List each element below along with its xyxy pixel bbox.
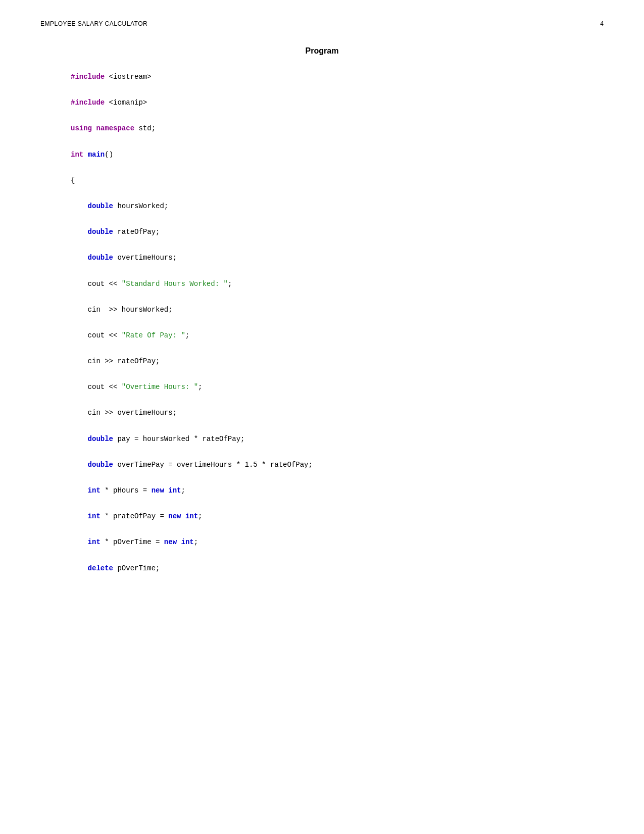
keyword-double4: double (88, 435, 113, 443)
keyword-int2b: int (185, 512, 198, 520)
text-decl5: overTimePay = overtimeHours * 1.5 * rate… (113, 461, 313, 469)
text-open-brace: { (71, 176, 75, 184)
text-indent-del (71, 564, 88, 572)
text-indent5 (71, 461, 88, 469)
keyword-int1: int (88, 486, 101, 495)
code-line-cin2: cin >> rateOfPay; (71, 355, 604, 368)
code-line-decl5: double overTimePay = overtimeHours * 1.5… (71, 459, 604, 471)
text-indent4 (71, 435, 88, 443)
code-line-cout2: cout << "Rate Of Pay: "; (71, 329, 604, 342)
keyword-main-fn: main (88, 151, 105, 159)
keyword-new1: new (152, 486, 164, 495)
text-include1: <iostream> (105, 73, 151, 81)
text-decl7: * prateOfPay = (101, 512, 168, 520)
keyword-double3: double (88, 254, 113, 262)
keyword-namespace: namespace (96, 124, 134, 132)
document-title: EMPLOYEE SALARY CALCULATOR (40, 20, 147, 27)
text-semi6: ; (181, 486, 185, 495)
keyword-int3b: int (181, 538, 193, 546)
string-cout2: "Rate Of Pay: " (122, 331, 185, 339)
text-cin2: cin >> rateOfPay; (71, 357, 160, 365)
keyword-delete: delete (88, 564, 113, 572)
text-semi7: ; (198, 512, 202, 520)
page-number: 4 (600, 20, 604, 27)
keyword-using: using (71, 124, 92, 132)
text-semi8: ; (194, 538, 198, 546)
keyword-new3: new (164, 538, 177, 546)
code-line-cout1: cout << "Standard Hours Worked: "; (71, 278, 604, 290)
code-line-decl6: int * pHours = new int; (71, 484, 604, 497)
code-line-include1: #include <iostream> (71, 71, 604, 83)
keyword-int3: int (88, 538, 101, 546)
code-block: #include <iostream> #include <iomanip> u… (71, 71, 604, 575)
code-line-decl1: double hoursWorked; (71, 200, 604, 213)
text-include2: <iomanip> (105, 99, 147, 107)
text-indent6 (71, 486, 88, 495)
text-decl3: overtimeHours; (113, 254, 177, 262)
text-decl8: * pOverTime = (101, 538, 164, 546)
text-int2 (181, 512, 185, 520)
text-decl4: pay = hoursWorked * rateOfPay; (113, 435, 244, 443)
text-decl2: rateOfPay; (113, 228, 160, 236)
text-cin1: cin >> hoursWorked; (71, 306, 173, 314)
code-line-cin1: cin >> hoursWorked; (71, 304, 604, 316)
text-indent2 (71, 228, 88, 236)
code-line-open-brace: { (71, 174, 604, 187)
code-line-using: using namespace std; (71, 122, 604, 135)
text-cout2: cout << (71, 331, 122, 339)
string-cout3: "Overtime Hours: " (122, 383, 198, 391)
section-title: Program (40, 46, 604, 56)
text-semi-cout3: ; (198, 383, 202, 391)
text-indent8 (71, 538, 88, 546)
keyword-new2: new (168, 512, 181, 520)
code-line-cin3: cin >> overtimeHours; (71, 407, 604, 419)
text-decl6: * pHours = (101, 486, 152, 495)
keyword-double1: double (88, 202, 113, 210)
code-line-decl4: double pay = hoursWorked * rateOfPay; (71, 433, 604, 446)
code-line-include2: #include <iomanip> (71, 96, 604, 109)
text-cin3: cin >> overtimeHours; (71, 409, 177, 417)
keyword-double2: double (88, 228, 113, 236)
text-indent1 (71, 202, 88, 210)
keyword-int1b: int (168, 486, 181, 495)
page-header: EMPLOYEE SALARY CALCULATOR 4 (40, 20, 604, 31)
code-line-decl3: double overtimeHours; (71, 252, 604, 264)
keyword-int-main: int (71, 151, 83, 159)
code-line-delete: delete pOverTime; (71, 562, 604, 575)
code-line-decl2: double rateOfPay; (71, 226, 604, 238)
string-cout1: "Standard Hours Worked: " (122, 280, 228, 288)
text-std: std; (134, 124, 156, 132)
text-indent7 (71, 512, 88, 520)
code-line-decl8: int * pOverTime = new int; (71, 536, 604, 549)
keyword-include1: #include (71, 73, 105, 81)
code-line-decl7: int * prateOfPay = new int; (71, 510, 604, 523)
text-cout3: cout << (71, 383, 122, 391)
keyword-include2: #include (71, 99, 105, 107)
text-semi-cout1: ; (228, 280, 232, 288)
text-decl1: hoursWorked; (113, 202, 168, 210)
code-line-cout3: cout << "Overtime Hours: "; (71, 381, 604, 394)
text-parens: () (105, 151, 113, 159)
text-delete: pOverTime; (113, 564, 160, 572)
text-semi-cout2: ; (185, 331, 189, 339)
text-indent3 (71, 254, 88, 262)
keyword-double5: double (88, 461, 113, 469)
code-line-main: int main() (71, 149, 604, 161)
text-main (83, 151, 87, 159)
keyword-int2: int (88, 512, 101, 520)
text-cout1: cout << (71, 280, 122, 288)
